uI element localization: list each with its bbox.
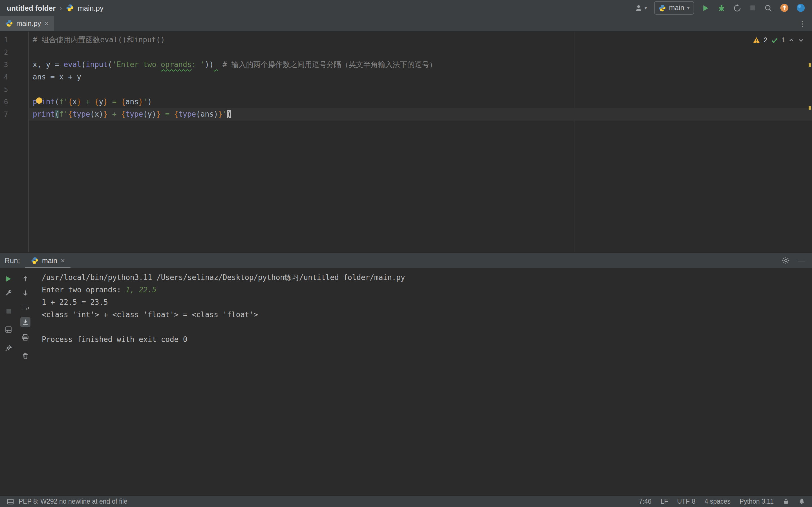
tab-label: main.py	[16, 19, 41, 27]
line-number: 4	[0, 71, 28, 83]
check-icon	[770, 36, 778, 44]
run-configuration-name: main	[669, 4, 684, 12]
down-stack-trace-icon[interactable]	[21, 289, 29, 297]
code-line[interactable]	[29, 83, 812, 96]
chevron-down-icon: ▾	[687, 5, 690, 11]
settings-gear-icon[interactable]	[781, 256, 790, 265]
editor-code[interactable]: 2 1 # 组合使用内置函数eval()和input()x, y = eval(…	[29, 32, 812, 252]
prev-issue-chevron-icon[interactable]	[788, 37, 795, 43]
line-separator[interactable]: LF	[661, 498, 668, 505]
warning-count: 2	[763, 37, 767, 43]
tab-overflow-menu-icon[interactable]: ⋮	[793, 16, 812, 31]
run-panel-header: Run: main × —	[0, 252, 812, 268]
tab-main-py[interactable]: main.py ×	[0, 16, 54, 31]
tab-close-icon[interactable]: ×	[45, 19, 49, 27]
next-issue-chevron-icon[interactable]	[798, 37, 804, 43]
python-file-icon	[31, 257, 39, 264]
line-number: 1	[0, 34, 28, 46]
statusbar: PEP 8: W292 no newline at end of file 7:…	[0, 495, 812, 507]
scroll-to-end-icon[interactable]	[20, 317, 31, 327]
run-configuration-select[interactable]: main ▾	[654, 1, 694, 15]
chevron-down-icon: ▾	[645, 5, 647, 11]
run-tab-label: main	[42, 257, 57, 265]
user-dropdown[interactable]: ▾	[635, 4, 647, 12]
console-line	[42, 321, 812, 334]
breadcrumb-file[interactable]: main.py	[78, 4, 103, 12]
breadcrumb-chevron-icon: ›	[59, 4, 62, 12]
console-line: <class 'int'> + <class 'float'> = <class…	[42, 309, 812, 321]
error-stripe-warning-mark[interactable]	[809, 106, 811, 110]
soft-wrap-icon[interactable]	[21, 303, 29, 311]
console-line: 1 + 22.5 = 23.5	[42, 296, 812, 309]
breadcrumb-folder[interactable]: untitled folder	[7, 4, 56, 12]
run-tab-close-icon[interactable]: ×	[61, 256, 65, 265]
console-line: Process finished with exit code 0	[42, 334, 812, 346]
editor-gutter: 1234567	[0, 32, 29, 252]
code-line[interactable]	[29, 46, 812, 59]
indent-setting[interactable]: 4 spaces	[705, 498, 730, 505]
titlebar-actions: ▾ main ▾	[635, 1, 805, 15]
search-everywhere-button[interactable]	[764, 4, 772, 12]
line-number: 2	[0, 46, 28, 59]
hide-panel-icon[interactable]: —	[798, 257, 805, 264]
code-line[interactable]: # 组合使用内置函数eval()和input()	[29, 34, 812, 46]
console-line: /usr/local/bin/python3.11 /Users/selinaz…	[42, 272, 812, 284]
rerun-button[interactable]	[4, 275, 12, 283]
clear-console-icon[interactable]	[21, 352, 29, 360]
readonly-lock-icon[interactable]	[783, 498, 790, 505]
run-panel-title: Run:	[0, 253, 26, 268]
editor-tabbar: main.py × ⋮	[0, 16, 812, 32]
debug-button[interactable]	[717, 4, 726, 12]
stop-process-button[interactable]	[5, 307, 12, 315]
run-panel-header-actions: —	[781, 253, 812, 268]
python-file-icon	[66, 4, 74, 12]
status-message[interactable]: PEP 8: W292 no newline at end of file	[18, 498, 128, 505]
tool-window-switcher-icon[interactable]	[7, 498, 14, 505]
code-line[interactable]: ans = x + y	[29, 71, 812, 83]
intention-bulb-icon[interactable]	[36, 98, 42, 104]
line-number: 5	[0, 83, 28, 96]
editor: 1234567 2 1 # 组合使用内置函数eval()和input()x, y…	[0, 32, 812, 252]
console-line: Enter two oprands: 1, 22.5	[42, 284, 812, 296]
inspections-widget[interactable]: 2 1	[753, 34, 804, 46]
run-button[interactable]	[702, 4, 710, 12]
run-toolbar-inner	[17, 268, 34, 495]
modify-run-config-icon[interactable]	[4, 289, 12, 297]
run-panel: /usr/local/bin/python3.11 /Users/selinaz…	[0, 268, 812, 495]
caret-position[interactable]: 7:46	[639, 498, 652, 505]
pin-tab-icon[interactable]	[4, 344, 12, 352]
code-line[interactable]: x, y = eval(input('Enter two oprands: ')…	[29, 59, 812, 71]
user-icon	[635, 4, 643, 12]
interpreter[interactable]: Python 3.11	[740, 498, 774, 505]
pycharm-window: untitled folder › main.py ▾ main ▾	[0, 0, 812, 507]
code-line[interactable]: print(f'{type(x)} + {type(y)} = {type(an…	[29, 108, 812, 121]
run-console[interactable]: /usr/local/bin/python3.11 /Users/selinaz…	[34, 268, 812, 495]
code-line[interactable]: print(f'{x} + {y} = {ans}')	[29, 96, 812, 108]
line-number: 6	[0, 96, 28, 108]
error-stripe-warning-mark[interactable]	[809, 63, 811, 67]
run-toolbar-outer	[0, 268, 17, 495]
restore-layout-icon[interactable]	[4, 326, 12, 334]
passed-count: 1	[781, 37, 785, 43]
up-stack-trace-icon[interactable]	[21, 275, 29, 283]
line-number: 3	[0, 59, 28, 71]
file-encoding[interactable]: UTF-8	[677, 498, 696, 505]
notifications-bell-icon[interactable]	[799, 498, 805, 505]
line-number: 7	[0, 108, 28, 121]
run-tab-main[interactable]: main ×	[26, 253, 70, 268]
breadcrumb: untitled folder › main.py	[7, 4, 103, 12]
python-logo-icon	[659, 4, 666, 11]
print-icon[interactable]	[21, 334, 29, 341]
warning-icon	[753, 36, 760, 44]
ide-update-icon[interactable]	[780, 3, 789, 12]
settings-sync-icon[interactable]	[796, 3, 805, 12]
coverage-button[interactable]	[733, 4, 742, 12]
stop-button[interactable]	[749, 4, 757, 12]
python-file-icon	[6, 20, 13, 27]
titlebar: untitled folder › main.py ▾ main ▾	[0, 0, 812, 16]
